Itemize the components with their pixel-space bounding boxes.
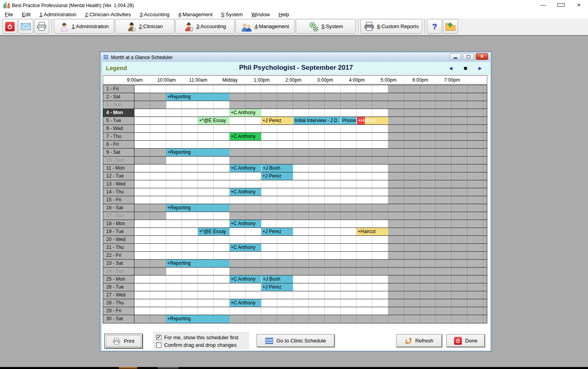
event[interactable]: +J Perez <box>261 117 293 124</box>
day-timeline[interactable] <box>134 180 487 188</box>
mail-button[interactable] <box>18 19 33 34</box>
open-hours-band[interactable] <box>134 109 388 117</box>
open-hours-band[interactable] <box>134 188 388 196</box>
menu-help[interactable]: Help <box>279 11 289 17</box>
day-label[interactable]: 30 - Sat <box>103 315 134 323</box>
day-timeline[interactable]: +C Anthony+J Bush <box>134 275 487 283</box>
event[interactable]: +Haircut <box>356 228 388 235</box>
day-label[interactable]: 28 - Thu <box>103 299 134 307</box>
event[interactable]: +C Anthony <box>230 220 261 228</box>
day-label[interactable]: 4 - Mon <box>103 109 134 117</box>
toolbar-management-button[interactable]: 4:Management <box>236 19 295 34</box>
open-hours-band[interactable] <box>166 268 230 275</box>
day-label[interactable]: 12 - Tue <box>103 172 134 180</box>
day-timeline[interactable] <box>134 125 487 132</box>
day-timeline[interactable] <box>134 252 487 259</box>
day-timeline[interactable] <box>134 85 487 93</box>
minimize-icon[interactable] <box>450 53 461 60</box>
day-timeline[interactable]: +C Anthony+J Bush <box>134 164 487 172</box>
open-hours-band[interactable] <box>134 220 388 228</box>
event[interactable]: +C Anthony <box>230 133 261 140</box>
event[interactable]: Initial Interview - J D <box>293 117 341 124</box>
day-timeline[interactable] <box>134 268 487 275</box>
day-label[interactable]: 9 - Sat <box>103 149 134 156</box>
day-timeline[interactable]: +C Anthony <box>134 220 487 228</box>
exit-folder-button[interactable] <box>443 19 458 34</box>
event[interactable]: +C Anthony <box>230 275 261 283</box>
open-hours-band[interactable] <box>134 85 388 93</box>
event[interactable]: +Reporting <box>166 204 230 212</box>
scheduler-window-titlebar[interactable]: Month at a Glance Scheduler <box>101 53 490 62</box>
day-label[interactable]: 3 - Sun <box>103 101 134 109</box>
day-label[interactable]: 22 - Fri <box>103 252 134 259</box>
event[interactable]: +C Anthony <box>230 244 261 251</box>
open-hours-band[interactable] <box>134 291 388 299</box>
help-button[interactable]: ? <box>427 19 442 34</box>
day-timeline[interactable]: +J Perez <box>134 172 487 180</box>
toolbar-custom-reports-button[interactable]: 6:Custom Reports <box>360 19 422 34</box>
day-timeline[interactable]: +C Anthony <box>134 133 487 140</box>
menu-system[interactable]: 5:System <box>221 11 243 17</box>
next-month-arrow-icon[interactable]: ► <box>477 65 483 71</box>
prev-month-arrow-icon[interactable]: ◄ <box>448 65 454 71</box>
open-hours-band[interactable] <box>134 141 388 148</box>
day-label[interactable]: 6 - Wed <box>103 125 134 132</box>
print-toolbar-button[interactable] <box>34 19 49 34</box>
day-label[interactable]: 23 - Sat <box>103 260 134 267</box>
open-hours-band[interactable] <box>134 244 388 251</box>
open-hours-band[interactable] <box>134 236 388 243</box>
day-label[interactable]: 14 - Thu <box>103 188 134 196</box>
toolbar-administration-button[interactable]: 1:Administration <box>54 19 114 34</box>
toolbar-system-button[interactable]: 5:System <box>296 19 356 34</box>
day-label[interactable]: 19 - Tue <box>103 228 134 235</box>
event[interactable]: +Reporting <box>166 93 230 101</box>
print-button[interactable]: Print <box>104 334 143 348</box>
day-label[interactable]: 18 - Mon <box>103 220 134 228</box>
open-hours-band[interactable] <box>134 252 388 259</box>
exit-button[interactable] <box>2 19 17 34</box>
day-label[interactable]: 20 - Wed <box>103 236 134 243</box>
day-label[interactable]: 10 - Sun <box>103 157 134 164</box>
day-timeline[interactable]: +*@E Essay+J PerezInitial Interview - J … <box>134 117 487 124</box>
confirm-drag-checkbox[interactable] <box>156 342 161 348</box>
menu-accounting[interactable]: 3:Accounting <box>140 11 169 17</box>
day-label[interactable]: 21 - Thu <box>103 244 134 251</box>
day-label[interactable]: 17 - Sun <box>103 212 134 220</box>
day-timeline[interactable]: +Reporting <box>134 315 487 323</box>
event[interactable]: +Reporting <box>166 260 230 267</box>
day-timeline[interactable]: +Reporting <box>134 204 487 212</box>
day-timeline[interactable] <box>134 291 487 299</box>
event[interactable]: +J Perez <box>261 283 293 291</box>
event[interactable]: +C Anthony <box>230 109 261 117</box>
day-timeline[interactable] <box>134 141 487 148</box>
event[interactable]: +J Perez <box>261 172 293 180</box>
menu-administration[interactable]: 1:Administration <box>39 11 76 17</box>
day-timeline[interactable]: +Reporting <box>134 260 487 267</box>
day-label[interactable]: 8 - Fri <box>103 141 134 148</box>
day-label[interactable]: 16 - Sat <box>103 204 134 212</box>
open-hours-band[interactable] <box>134 196 388 204</box>
menu-file[interactable]: File <box>5 11 13 17</box>
open-hours-band[interactable] <box>134 125 388 132</box>
day-timeline[interactable]: +C Anthony <box>134 188 487 196</box>
open-hours-band[interactable] <box>166 212 230 220</box>
event[interactable]: +*@E Essay <box>198 228 230 235</box>
event[interactable]: +Reporting <box>166 315 230 323</box>
day-label[interactable]: 27 - Wed <box>103 291 134 299</box>
day-timeline[interactable]: +J Perez <box>134 283 487 291</box>
day-label[interactable]: 29 - Fri <box>103 307 134 315</box>
day-timeline[interactable]: +*@E Essay+J Perez+Haircut <box>134 228 487 235</box>
day-timeline[interactable]: +Reporting <box>134 149 487 156</box>
menu-management[interactable]: 4:Management <box>178 11 213 17</box>
event[interactable]: +Haircut <box>356 117 388 124</box>
day-label[interactable]: 24 - Sun <box>103 268 134 275</box>
day-label[interactable]: 25 - Mon <box>103 275 134 283</box>
show-first-checkbox[interactable]: ✓ <box>156 335 161 340</box>
toolbar-clinician-button[interactable]: 2:Clinician <box>115 19 174 34</box>
day-label[interactable]: 26 - Tue <box>103 283 134 291</box>
day-label[interactable]: 5 - Tue <box>103 117 134 124</box>
close-icon[interactable]: ✕ <box>476 53 488 60</box>
app-titlebar[interactable]: Best Practice Professional (Mental Healt… <box>0 0 588 11</box>
done-button[interactable]: Done <box>446 334 485 347</box>
day-timeline[interactable]: +C Anthony <box>134 299 487 307</box>
